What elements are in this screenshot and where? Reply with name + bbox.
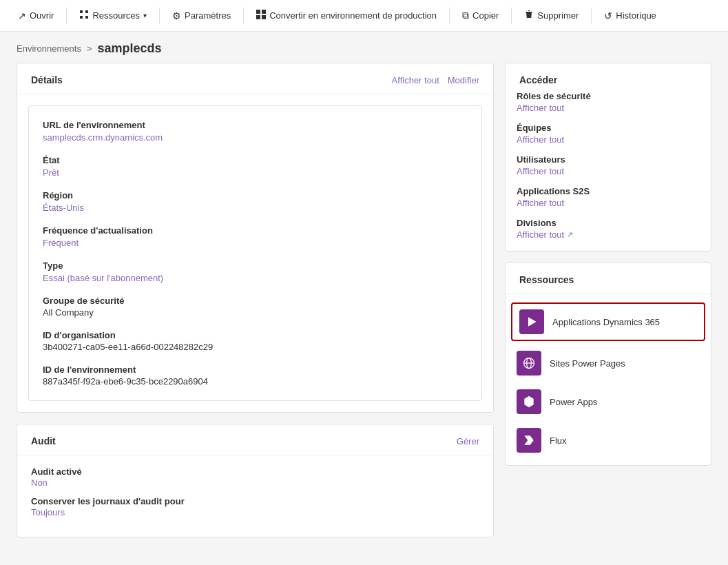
field-value-env_id: 887a345f-f92a-ebe6-9c35-bce2290a6904 — [43, 376, 468, 387]
acceder-card-title: Accéder — [519, 74, 557, 85]
field-value-org_id: 3b400271-ca05-ee11-a66d-002248282c29 — [43, 342, 468, 352]
acceder-item-link-divisions[interactable]: Afficher tout↗ — [517, 229, 700, 240]
ouvrir-icon: ↗ — [18, 10, 26, 21]
breadcrumb-separator: > — [87, 43, 92, 54]
svg-marker-8 — [528, 317, 537, 326]
gear-icon: ⚙ — [172, 10, 181, 21]
audit-field-conserver: Conserver les journaux d'audit pourToujo… — [31, 496, 479, 517]
resource-icon-power_pages — [517, 351, 541, 376]
field-label-org_id: ID d'organisation — [43, 330, 468, 340]
resource-icon-dynamics365 — [519, 309, 544, 334]
details-card: Détails Afficher tout Modifier URL de l'… — [17, 63, 494, 413]
acceder-card-header: Accéder — [506, 63, 711, 91]
acceder-item-utilisateurs: UtilisateursAfficher tout — [517, 154, 700, 176]
acceder-card: Accéder Rôles de sécuritéAfficher toutÉq… — [505, 63, 711, 251]
acceder-item-roles: Rôles de sécuritéAfficher tout — [517, 91, 700, 113]
field-label-url: URL de l'environnement — [43, 120, 468, 130]
field-label-groupe: Groupe de sécurité — [43, 296, 468, 306]
field-region: RégionÉtats-Unis — [43, 190, 468, 213]
field-label-region: Région — [43, 190, 468, 201]
breadcrumb-parent[interactable]: Environnements — [17, 43, 81, 54]
field-label-frequence: Fréquence d'actualisation — [43, 225, 468, 236]
resource-item-dynamics365[interactable]: Applications Dynamics 365 — [511, 302, 705, 341]
ressources-button[interactable]: Ressources ▾ — [72, 6, 154, 25]
svg-rect-4 — [256, 10, 260, 14]
field-value-region[interactable]: États-Unis — [43, 203, 84, 213]
acceder-item-apps_s2s: Applications S2SAfficher tout — [517, 186, 700, 208]
parametres-button[interactable]: ⚙ Paramètres — [165, 6, 238, 25]
audit-manage-link[interactable]: Gérer — [457, 436, 479, 446]
resource-icon-flux — [517, 428, 541, 453]
field-value-url[interactable]: samplecds.crm.dynamics.com — [43, 132, 163, 143]
resource-label-power_apps: Power Apps — [550, 397, 597, 407]
field-value-frequence[interactable]: Fréquent — [43, 238, 79, 248]
field-env_id: ID de l'environnement887a345f-f92a-ebe6-… — [43, 364, 468, 387]
field-value-type[interactable]: Essai (basé sur l'abonnement) — [43, 273, 163, 283]
supprimer-button[interactable]: Supprimer — [517, 6, 585, 25]
acceder-item-link-roles[interactable]: Afficher tout — [517, 103, 700, 113]
svg-rect-2 — [80, 16, 83, 19]
audit-fields-container: Audit activéNonConserver les journaux d'… — [31, 466, 479, 517]
audit-content: Audit activéNonConserver les journaux d'… — [17, 455, 493, 537]
field-value-etat[interactable]: Prêt — [43, 167, 59, 178]
acceder-list: Rôles de sécuritéAfficher toutÉquipesAff… — [506, 91, 711, 251]
acceder-item-label-equipes: Équipes — [517, 123, 700, 133]
details-inner-card: URL de l'environnementsamplecds.crm.dyna… — [28, 105, 482, 401]
main-layout: Détails Afficher tout Modifier URL de l'… — [0, 63, 728, 554]
copier-button[interactable]: ⧉ Copier — [455, 6, 506, 25]
field-value-groupe: All Company — [43, 307, 468, 318]
details-view-all-link[interactable]: Afficher tout — [392, 75, 439, 85]
resource-item-power_apps[interactable]: Power Apps — [506, 382, 711, 421]
acceder-item-label-utilisateurs: Utilisateurs — [517, 154, 700, 165]
resources-list: Applications Dynamics 365Sites Power Pag… — [506, 294, 711, 465]
details-modify-link[interactable]: Modifier — [448, 75, 479, 85]
svg-rect-0 — [80, 10, 83, 13]
external-link-icon: ↗ — [567, 230, 573, 239]
audit-card-header: Audit Gérer — [17, 424, 493, 455]
separator-1 — [66, 8, 67, 24]
details-fields-container: URL de l'environnementsamplecds.crm.dyna… — [43, 120, 468, 387]
resource-item-power_pages[interactable]: Sites Power Pages — [506, 344, 711, 382]
resources-card-title: Ressources — [519, 274, 574, 285]
right-column: Accéder Rôles de sécuritéAfficher toutÉq… — [505, 63, 711, 537]
field-org_id: ID d'organisation3b400271-ca05-ee11-a66d… — [43, 330, 468, 352]
acceder-item-label-apps_s2s: Applications S2S — [517, 186, 700, 196]
audit-card-actions: Gérer — [457, 436, 479, 446]
breadcrumb: Environnements > samplecds — [0, 32, 728, 63]
resources-card-header: Ressources — [506, 263, 711, 294]
copy-icon: ⧉ — [462, 10, 469, 21]
audit-field-label-audit_active: Audit activé — [31, 466, 479, 477]
separator-3 — [243, 8, 244, 24]
audit-field-value-conserver[interactable]: Toujours — [31, 507, 65, 517]
acceder-item-divisions: DivisionsAfficher tout↗ — [517, 218, 700, 240]
field-label-env_id: ID de l'environnement — [43, 364, 468, 375]
resource-item-flux[interactable]: Flux — [506, 421, 711, 460]
audit-card: Audit Gérer Audit activéNonConserver les… — [17, 424, 494, 537]
acceder-item-label-roles: Rôles de sécurité — [517, 91, 700, 101]
separator-4 — [449, 8, 450, 24]
ouvrir-button[interactable]: ↗ Ouvrir — [11, 6, 61, 25]
acceder-item-link-equipes[interactable]: Afficher tout — [517, 134, 700, 145]
historique-button[interactable]: ↺ Historique — [597, 6, 663, 25]
svg-rect-6 — [256, 15, 260, 19]
acceder-item-link-apps_s2s[interactable]: Afficher tout — [517, 198, 700, 208]
convertir-icon — [256, 10, 266, 21]
audit-field-audit_active: Audit activéNon — [31, 466, 479, 488]
field-type: TypeEssai (basé sur l'abonnement) — [43, 260, 468, 283]
svg-rect-5 — [262, 10, 266, 14]
chevron-down-icon: ▾ — [143, 12, 147, 19]
details-card-title: Détails — [31, 74, 63, 85]
field-label-type: Type — [43, 260, 468, 271]
svg-rect-3 — [85, 16, 88, 19]
audit-field-label-conserver: Conserver les journaux d'audit pour — [31, 496, 479, 506]
resource-label-power_pages: Sites Power Pages — [550, 358, 625, 369]
history-icon: ↺ — [604, 10, 612, 21]
acceder-item-link-utilisateurs[interactable]: Afficher tout — [517, 166, 700, 176]
separator-6 — [591, 8, 592, 24]
delete-icon — [524, 10, 534, 21]
acceder-item-equipes: ÉquipesAfficher tout — [517, 123, 700, 145]
field-etat: ÉtatPrêt — [43, 155, 468, 178]
convertir-button[interactable]: Convertir en environnement de production — [249, 6, 444, 25]
audit-field-value-audit_active[interactable]: Non — [31, 477, 48, 488]
field-label-etat: État — [43, 155, 468, 165]
